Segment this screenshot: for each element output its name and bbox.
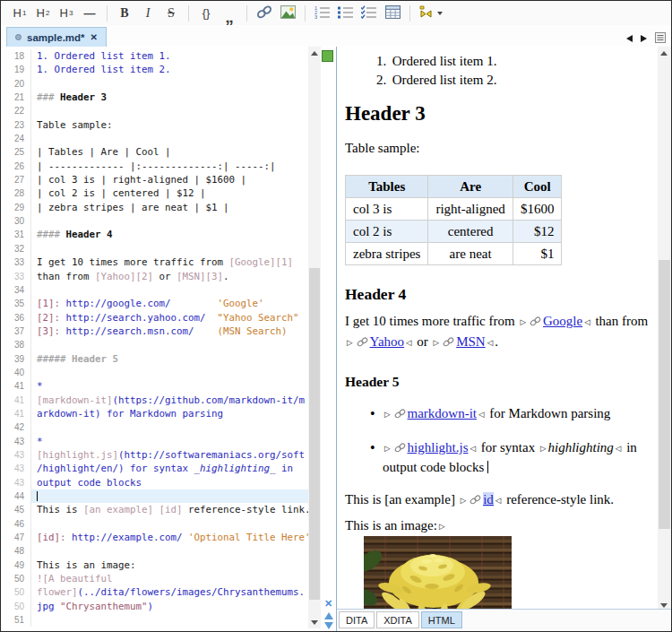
editor-row[interactable]: 31#### Header 4	[1, 228, 308, 241]
editor-row[interactable]: 46	[1, 517, 308, 531]
heading3-button[interactable]: H3	[55, 4, 78, 23]
insert-table-button[interactable]	[381, 4, 404, 23]
editor-row[interactable]: 45This is [an example] [id] reference-st…	[1, 503, 308, 516]
editor-row[interactable]: 47[id]: http://example.com/ 'Optional Ti…	[1, 531, 308, 544]
scroll-tabs-left-icon[interactable]	[626, 35, 633, 42]
line-number: 22	[1, 104, 31, 117]
bold-button[interactable]: B	[113, 4, 136, 23]
editor-row[interactable]: 23Table sample:	[1, 118, 308, 132]
code-button[interactable]: {}	[194, 4, 218, 23]
toggle-tag-markers-button[interactable]	[416, 4, 445, 23]
sync-scroll-up-icon[interactable]	[324, 612, 333, 619]
editor-row[interactable]: 33I get 10 times more traffic from [Goog…	[1, 255, 308, 269]
editor-row[interactable]: 48	[1, 544, 308, 558]
document-tab[interactable]: sample.md* ✕	[6, 27, 107, 47]
preview-link[interactable]: markdown-it	[408, 406, 477, 420]
editor-row[interactable]: 43output code blocks	[1, 476, 308, 489]
editor-vertical-scrollbar[interactable]	[308, 47, 321, 628]
svg-text:3: 3	[314, 14, 317, 19]
strikethrough-button[interactable]: S	[159, 4, 183, 23]
tab-xdita[interactable]: XDITA	[376, 611, 419, 628]
horizontal-rule-button[interactable]: —	[78, 4, 101, 23]
editor-text-area[interactable]: 181. Ordered list item 1.191. Ordered li…	[1, 49, 308, 631]
tab-html[interactable]: HTML	[421, 611, 462, 628]
editor-row[interactable]: 42	[1, 420, 308, 434]
preview-link[interactable]: highlight.js	[408, 440, 469, 455]
ordered-list-button[interactable]: 123	[311, 4, 334, 23]
editor-row[interactable]: 39##### Header 5	[1, 352, 308, 366]
editor-row[interactable]: 44	[1, 489, 308, 503]
editor-row[interactable]: 191. Ordered list item 2.	[1, 63, 308, 76]
tag-start-marker-icon: ▷	[461, 496, 467, 505]
scroll-down-icon[interactable]	[308, 616, 321, 628]
tag-start-marker-icon: ▷	[520, 317, 526, 326]
editor-row[interactable]: 21### Header 3	[1, 91, 308, 104]
insert-link-button[interactable]	[253, 4, 276, 23]
preview-content: 1. Ordered list item 1.2. Ordered list i…	[337, 47, 658, 611]
italic-button[interactable]: I	[136, 4, 159, 23]
editor-row[interactable]: 50flower](../dita/flowers/images/Chrysan…	[1, 585, 308, 599]
scroll-up-icon[interactable]	[308, 47, 321, 59]
sync-scroll-down-icon[interactable]	[324, 622, 333, 629]
editor-row[interactable]: 38	[1, 338, 308, 351]
preview-link[interactable]: Google	[543, 314, 582, 328]
editor-row[interactable]: 35[1]: http://google.com/ 'Google'	[1, 297, 308, 310]
editor-row[interactable]: 41arkdown-it) for Markdown parsing	[1, 407, 308, 420]
table-cell: right-aligned	[428, 198, 513, 221]
insert-image-button[interactable]	[276, 4, 299, 23]
editor-row[interactable]: 33than from [Yahoo][2] or [MSN][3].	[1, 270, 308, 283]
unordered-list-button[interactable]	[334, 4, 358, 23]
scroll-up-icon[interactable]	[658, 47, 670, 59]
preview-link[interactable]: Yahoo	[370, 334, 405, 349]
line-number: 38	[1, 338, 31, 351]
editor-row[interactable]: 28| col 2 is | centered | $12 |	[1, 186, 308, 200]
editor-row[interactable]: 29| zebra stripes | are neat | $1 |	[1, 201, 308, 214]
editor-row[interactable]: 43[highlight.js](http://softwaremaniacs.…	[1, 448, 308, 462]
editor-row[interactable]: 51	[1, 613, 308, 627]
heading1-button[interactable]: H1	[8, 4, 31, 23]
editor-row[interactable]: 41*	[1, 379, 308, 393]
editor-row[interactable]: 30	[1, 214, 308, 228]
line-number: 48	[1, 544, 31, 558]
tab-dita[interactable]: DITA	[339, 611, 375, 628]
editor-row[interactable]: 41[markdown-it](https://github.com/markd…	[1, 394, 308, 407]
tab-list-icon[interactable]	[655, 30, 666, 47]
editor-row[interactable]: 32	[1, 242, 308, 255]
editor-row[interactable]: 43/highlight/en/) for syntax _highlighti…	[1, 462, 308, 475]
scroll-tabs-right-icon[interactable]	[641, 35, 647, 42]
line-number: 18	[1, 49, 31, 63]
close-tab-icon[interactable]: ✕	[90, 32, 98, 42]
source-editor[interactable]: 181. Ordered list item 1.191. Ordered li…	[1, 47, 336, 631]
editor-row[interactable]: 181. Ordered list item 1.	[1, 49, 308, 63]
line-number: 29	[1, 201, 31, 214]
toolbar-separator	[188, 5, 189, 22]
editor-row[interactable]: 26| ------------- |:-------------:| ----…	[1, 160, 308, 173]
task-list-button[interactable]	[358, 4, 381, 23]
editor-row[interactable]: 37[3]: http://search.msn.com/ (MSN Searc…	[1, 325, 308, 338]
editor-row[interactable]: 49This is an image:	[1, 558, 308, 572]
blockquote-button[interactable]: „	[218, 4, 241, 23]
editor-row[interactable]: 40	[1, 366, 308, 379]
line-number: 26	[1, 160, 31, 173]
editor-row[interactable]: 50![A beautiful	[1, 572, 308, 585]
table-header-cell: Tables	[346, 176, 428, 198]
editor-row[interactable]: 36[2]: http://search.yahoo.com/ "Yahoo S…	[1, 311, 308, 325]
preview-vertical-scrollbar[interactable]	[658, 47, 671, 611]
preview-link[interactable]: id	[483, 492, 494, 506]
preview-link[interactable]: MSN	[456, 334, 486, 349]
editor-row[interactable]: 20	[1, 77, 308, 91]
heading2-button[interactable]: H2	[31, 4, 55, 23]
heading1-label: H	[13, 6, 22, 20]
editor-row[interactable]: 25| Tables | Are | Cool |	[1, 145, 308, 159]
editor-scrollbar-thumb[interactable]	[309, 268, 320, 600]
table-row: col 3 isright-aligned$1600	[346, 198, 562, 221]
editor-row[interactable]: 43*	[1, 435, 308, 448]
editor-row[interactable]: 22	[1, 104, 308, 117]
editor-row[interactable]: 50jpg "Chrysanthemum")	[1, 600, 308, 613]
close-preview-icon[interactable]: ✕	[322, 598, 335, 610]
preview-paragraph: Table sample:	[345, 138, 656, 158]
editor-row[interactable]: 24	[1, 132, 308, 145]
editor-row[interactable]: 27| col 3 is | right-aligned | $1600 |	[1, 173, 308, 186]
preview-scrollbar-thumb[interactable]	[659, 260, 670, 529]
editor-row[interactable]: 34	[1, 283, 308, 297]
